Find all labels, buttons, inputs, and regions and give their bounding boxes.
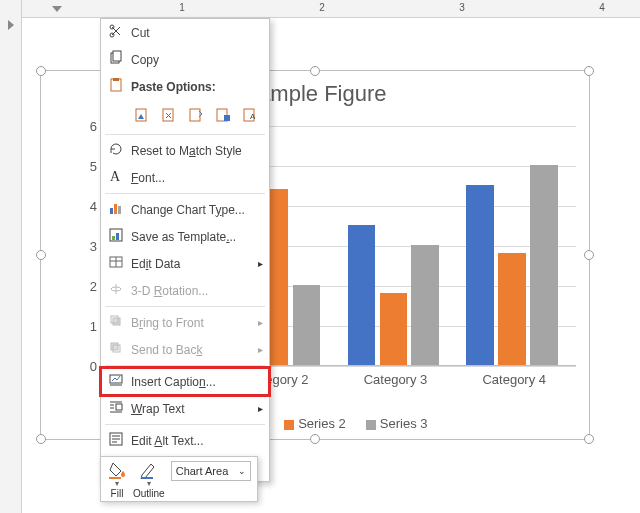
- svg-rect-16: [118, 206, 121, 214]
- svg-text:A: A: [250, 112, 256, 121]
- menu-label: Cut: [131, 26, 150, 40]
- menu-label: Send to Back: [127, 343, 263, 357]
- menu-copy[interactable]: Copy: [101, 46, 269, 73]
- chart-area-dropdown[interactable]: Chart Area ⌄: [171, 461, 251, 481]
- svg-rect-27: [113, 345, 120, 352]
- resize-handle[interactable]: [310, 66, 320, 76]
- chevron-right-icon: ▸: [258, 317, 263, 328]
- svg-point-23: [111, 287, 121, 291]
- menu-label: Font...: [127, 171, 263, 185]
- outline-button[interactable]: ▾ Outline: [133, 461, 165, 499]
- vertical-ruler: [0, 0, 22, 513]
- paste-option-3[interactable]: [185, 104, 206, 126]
- font-icon: A: [105, 168, 127, 187]
- svg-text:A: A: [110, 169, 121, 184]
- copy-icon: [105, 50, 127, 69]
- menu-label: Wrap Text: [127, 402, 263, 416]
- chevron-right-icon: ▸: [258, 344, 263, 355]
- legend-swatch: [366, 420, 376, 430]
- paste-option-1[interactable]: [131, 104, 152, 126]
- legend-label: Series 2: [298, 416, 346, 431]
- y-tick-label: 4: [90, 199, 97, 214]
- x-tick-label: Category 4: [457, 372, 571, 387]
- menu-wrap-text[interactable]: Wrap Text ▸: [101, 395, 269, 422]
- y-tick-label: 3: [90, 239, 97, 254]
- svg-rect-15: [114, 204, 117, 214]
- legend-item: Series 3: [366, 416, 428, 431]
- menu-label: Insert Caption...: [127, 375, 263, 389]
- bar: [466, 185, 493, 365]
- y-tick-label: 2: [90, 279, 97, 294]
- outline-icon: [139, 461, 159, 479]
- svg-rect-32: [116, 404, 122, 410]
- y-tick-label: 5: [90, 159, 97, 174]
- paste-option-4[interactable]: [213, 104, 234, 126]
- bar: [530, 165, 557, 365]
- y-tick-label: 1: [90, 319, 97, 334]
- paste-option-2[interactable]: [158, 104, 179, 126]
- menu-3d-rotation: 3-D Rotation...: [101, 277, 269, 304]
- bar: [498, 253, 525, 365]
- menu-font[interactable]: A Font...: [101, 164, 269, 191]
- resize-handle[interactable]: [310, 434, 320, 444]
- y-tick-label: 6: [90, 119, 97, 134]
- ruler-number: 4: [599, 2, 605, 13]
- svg-rect-18: [112, 236, 115, 240]
- resize-handle[interactable]: [36, 250, 46, 260]
- svg-rect-8: [190, 109, 200, 121]
- menu-bring-front: Bring to Front ▸: [101, 309, 269, 336]
- svg-rect-19: [116, 233, 119, 240]
- resize-handle[interactable]: [36, 434, 46, 444]
- menu-label: Change Chart Type...: [127, 203, 263, 217]
- fill-icon: [107, 461, 127, 479]
- ruler-number: 3: [459, 2, 465, 13]
- table-icon: [105, 254, 127, 273]
- y-tick-label: 0: [90, 359, 97, 374]
- menu-reset-style[interactable]: Reset to Match Style: [101, 137, 269, 164]
- bar: [348, 225, 375, 365]
- menu-label: Reset to Match Style: [127, 144, 263, 158]
- chevron-right-icon: ▸: [258, 258, 263, 269]
- menu-save-template[interactable]: Save as Template...: [101, 223, 269, 250]
- ruler-number: 2: [319, 2, 325, 13]
- svg-rect-24: [113, 318, 120, 325]
- chart-context-menu: Cut Copy Paste Options: A Reset to Match…: [100, 18, 270, 482]
- paste-option-5[interactable]: A: [240, 104, 261, 126]
- resize-handle[interactable]: [36, 66, 46, 76]
- scissors-icon: [105, 23, 127, 42]
- caption-icon: [105, 372, 127, 391]
- alt-text-icon: [105, 431, 127, 450]
- rotation-icon: [105, 281, 127, 300]
- dropdown-value: Chart Area: [176, 465, 229, 477]
- mini-toolbar: ▾ Fill ▾ Outline Chart Area ⌄: [100, 456, 258, 502]
- menu-paste-options: Paste Options:: [101, 73, 269, 100]
- menu-label: Edit Alt Text...: [127, 434, 263, 448]
- menu-send-back: Send to Back ▸: [101, 336, 269, 363]
- wrap-text-icon: [105, 399, 127, 418]
- menu-label: Save as Template...: [127, 230, 263, 244]
- chevron-right-icon: ▸: [258, 403, 263, 414]
- legend-item: Series 2: [284, 416, 346, 431]
- svg-rect-10: [224, 115, 230, 121]
- fill-button[interactable]: ▾ Fill: [107, 461, 127, 499]
- reset-icon: [105, 141, 127, 160]
- bring-front-icon: [105, 313, 127, 332]
- resize-handle[interactable]: [584, 250, 594, 260]
- menu-cut[interactable]: Cut: [101, 19, 269, 46]
- paste-options-row: A: [101, 100, 269, 132]
- bar: [380, 293, 407, 365]
- fill-label: Fill: [111, 488, 124, 499]
- menu-label: Paste Options:: [131, 80, 216, 94]
- menu-change-chart-type[interactable]: Change Chart Type...: [101, 196, 269, 223]
- resize-handle[interactable]: [584, 434, 594, 444]
- menu-label: Bring to Front: [127, 316, 263, 330]
- menu-alt-text[interactable]: Edit Alt Text...: [101, 427, 269, 454]
- bar: [411, 245, 438, 365]
- ruler-number: 1: [179, 2, 185, 13]
- bar-chart-icon: [105, 200, 127, 219]
- menu-edit-data[interactable]: Edit Data ▸: [101, 250, 269, 277]
- svg-rect-3: [113, 51, 121, 61]
- menu-insert-caption[interactable]: Insert Caption...: [101, 368, 269, 395]
- clipboard-icon: [105, 77, 127, 96]
- resize-handle[interactable]: [584, 66, 594, 76]
